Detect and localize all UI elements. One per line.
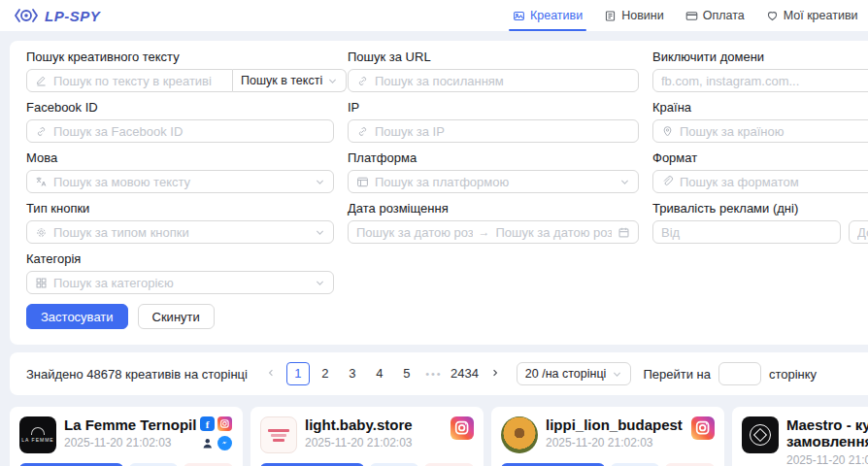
filter-platform: Платформа (348, 151, 639, 193)
grid-icon (35, 277, 48, 289)
nav-item-my-creatives[interactable]: Мої креативи (766, 0, 858, 31)
creative-card: lippi_lion_budapest 2025-11-20 21:02:03 … (491, 407, 724, 466)
link-icon (35, 125, 48, 138)
format-select[interactable] (652, 170, 868, 193)
link-icon (356, 75, 369, 87)
creative-cards-row: LA FEMME La Femme Ternopil 2025-11-20 21… (10, 407, 868, 466)
chevron-down-icon (327, 76, 338, 86)
credit-card-icon (685, 10, 698, 22)
date-start-input[interactable] (356, 225, 473, 240)
nav-item-payment[interactable]: Оплата (685, 0, 745, 31)
exclude-domains-input[interactable] (661, 74, 868, 88)
filter-panel: Пошук креативного тексту Пошук в тексті … (10, 41, 868, 345)
page-button-5[interactable]: 5 (395, 362, 418, 385)
filter-country: Країна (652, 101, 868, 143)
facebook-icon: f (200, 416, 215, 431)
results-summary: Знайдено 48678 креативів на сторінці (26, 367, 248, 382)
page-button-1[interactable]: 1 (286, 362, 310, 385)
filter-label: Тип кнопки (26, 202, 334, 216)
filter-label: Дата розміщення (348, 202, 639, 216)
filter-label: Пошук креативного тексту (26, 50, 334, 64)
chevron-down-icon (612, 369, 622, 380)
filter-date-range: Дата розміщення → (348, 202, 639, 244)
network-badges (691, 416, 715, 453)
facebook-id-input[interactable] (53, 124, 325, 139)
gear-icon (35, 226, 48, 239)
text-search-mode-select[interactable]: Пошук в тексті (233, 69, 347, 92)
reset-button[interactable]: Скинути (138, 304, 215, 329)
picture-icon (513, 10, 525, 22)
page-button-2[interactable]: 2 (314, 362, 337, 385)
filter-label: Країна (652, 101, 868, 115)
instagram-icon (217, 416, 232, 431)
brand-name: LP-SPY (45, 8, 100, 24)
advertiser-name: lippi_lion_budapest (546, 416, 684, 433)
creative-card: Maestro - кухні, ме замовлення в Ужг 202… (732, 407, 868, 466)
creative-date: 2025-11-20 21:02:03 (64, 436, 192, 449)
goto-page: Перейти на сторінку (643, 362, 817, 385)
calendar-icon (618, 226, 630, 239)
country-input[interactable] (680, 124, 868, 139)
nav-item-creatives[interactable]: Креативи (513, 0, 583, 31)
page-button-4[interactable]: 4 (368, 362, 391, 385)
chevron-down-icon (619, 177, 630, 187)
button-type-select[interactable] (26, 220, 334, 244)
button-type-input[interactable] (53, 225, 309, 240)
network-badges (451, 416, 474, 453)
format-input[interactable] (680, 175, 868, 189)
platform-input[interactable] (375, 175, 614, 189)
duration-to-input[interactable] (857, 225, 868, 240)
filter-creative-text: Пошук креативного тексту Пошук в тексті (26, 50, 334, 92)
page-size-select[interactable]: 20 /на сторінці (517, 362, 632, 385)
network-badges: f (200, 416, 233, 453)
main-nav: Креативи Новини Оплата Мої креативи FAQ (513, 0, 868, 31)
nav-item-news[interactable]: Новини (604, 0, 664, 31)
filter-format: Формат (652, 151, 868, 193)
language-select[interactable] (26, 170, 334, 193)
filter-ip: IP (348, 101, 639, 143)
pagination: 1 2 3 4 5 ••• 2434 (259, 362, 507, 385)
results-bar: Знайдено 48678 креативів на сторінці 1 2… (10, 352, 868, 395)
url-input[interactable] (375, 74, 630, 88)
filter-duration: Тривалість реклами (дні) (652, 202, 868, 244)
ip-input[interactable] (375, 124, 630, 139)
translate-icon (35, 176, 48, 188)
category-input[interactable] (53, 276, 309, 290)
platform-select[interactable] (348, 170, 639, 193)
date-range-picker[interactable]: → (348, 220, 639, 244)
filter-language: Мова (26, 151, 334, 193)
filter-label: Платформа (348, 151, 639, 165)
filter-label: Facebook ID (26, 101, 334, 115)
location-pin-icon (661, 125, 674, 138)
pagination-prev[interactable] (259, 362, 283, 385)
pagination-next[interactable] (484, 362, 507, 385)
category-select[interactable] (26, 271, 334, 294)
advertiser-avatar (260, 416, 297, 453)
advertiser-name: La Femme Ternopil (64, 416, 192, 433)
filter-label: IP (348, 101, 639, 115)
platform-icon (356, 176, 369, 188)
duration-from-input[interactable] (661, 225, 832, 240)
language-input[interactable] (53, 175, 309, 189)
apply-button[interactable]: Застосувати (26, 304, 128, 329)
creative-date: 2025-11-20 21:02:03 (786, 453, 868, 466)
pencil-icon (35, 75, 48, 87)
heart-icon (766, 10, 779, 22)
date-end-input[interactable] (496, 225, 613, 240)
goto-page-input[interactable] (718, 362, 761, 385)
page-button-3[interactable]: 3 (341, 362, 364, 385)
paperclip-icon (661, 176, 674, 188)
creative-date: 2025-11-20 21:02:03 (546, 436, 684, 449)
filter-url: Пошук за URL (348, 50, 639, 92)
filter-button-type: Тип кнопки (26, 202, 334, 244)
filter-label: Тривалість реклами (дні) (652, 202, 868, 216)
eye-logo-icon (14, 7, 39, 24)
filter-category: Категорія (26, 252, 334, 294)
pagination-ellipsis[interactable]: ••• (422, 362, 446, 385)
creative-text-input[interactable] (53, 74, 224, 88)
creative-card: LA FEMME La Femme Ternopil 2025-11-20 21… (10, 407, 243, 466)
advertiser-name: light.baby.store (305, 416, 443, 433)
filter-label: Формат (652, 151, 868, 165)
page-button-last[interactable]: 2434 (450, 362, 480, 385)
brand-logo[interactable]: LP-SPY (14, 7, 100, 24)
